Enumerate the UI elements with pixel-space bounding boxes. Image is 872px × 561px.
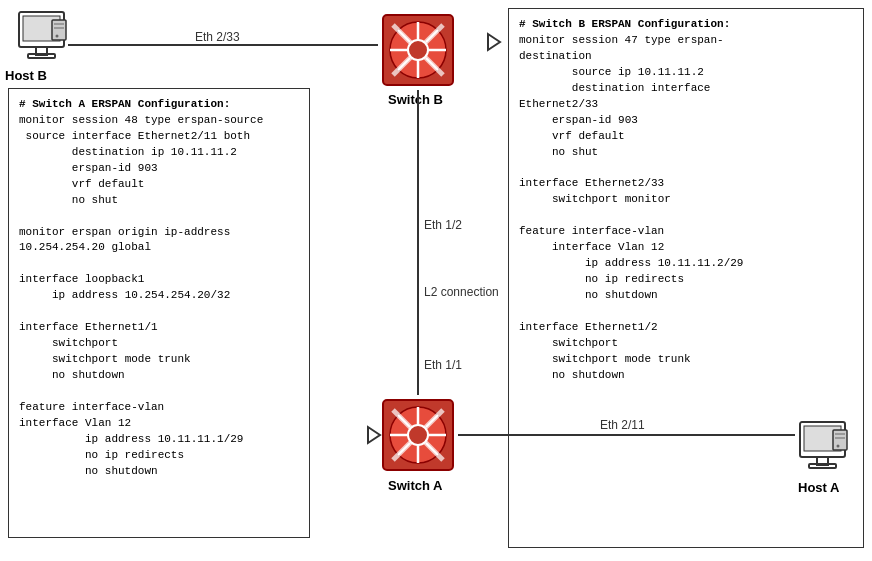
config-box-left: # Switch A ERSPAN Configuration: monitor… — [8, 88, 310, 538]
host-b-icon — [14, 10, 69, 73]
host-b-label: Host B — [5, 68, 47, 83]
switch-b-icon — [378, 10, 458, 93]
eth-2-11-label: Eth 2/11 — [600, 418, 645, 432]
svg-point-7 — [56, 35, 59, 38]
l2-connection-label: L2 connection — [424, 285, 499, 299]
svg-point-41 — [837, 445, 840, 448]
svg-marker-45 — [488, 34, 500, 50]
svg-point-25 — [408, 425, 428, 445]
eth-2-33-label: Eth 2/33 — [195, 30, 240, 44]
config-right-text: # Switch B ERSPAN Configuration: monitor… — [519, 17, 853, 384]
switch-a-icon — [378, 395, 458, 478]
host-a-icon — [795, 420, 850, 483]
svg-rect-39 — [835, 433, 845, 435]
switch-a-label: Switch A — [388, 478, 442, 493]
eth-1-2-label: Eth 1/2 — [424, 218, 462, 232]
diagram-container: # Switch A ERSPAN Configuration: monitor… — [0, 0, 872, 561]
svg-rect-40 — [835, 437, 845, 439]
svg-rect-5 — [54, 23, 64, 25]
switch-b-label: Switch B — [388, 92, 443, 107]
host-a-label: Host A — [798, 480, 839, 495]
config-left-text: # Switch A ERSPAN Configuration: monitor… — [19, 97, 299, 480]
eth-1-1-label: Eth 1/1 — [424, 358, 462, 372]
svg-point-12 — [408, 40, 428, 60]
svg-rect-6 — [54, 27, 64, 29]
